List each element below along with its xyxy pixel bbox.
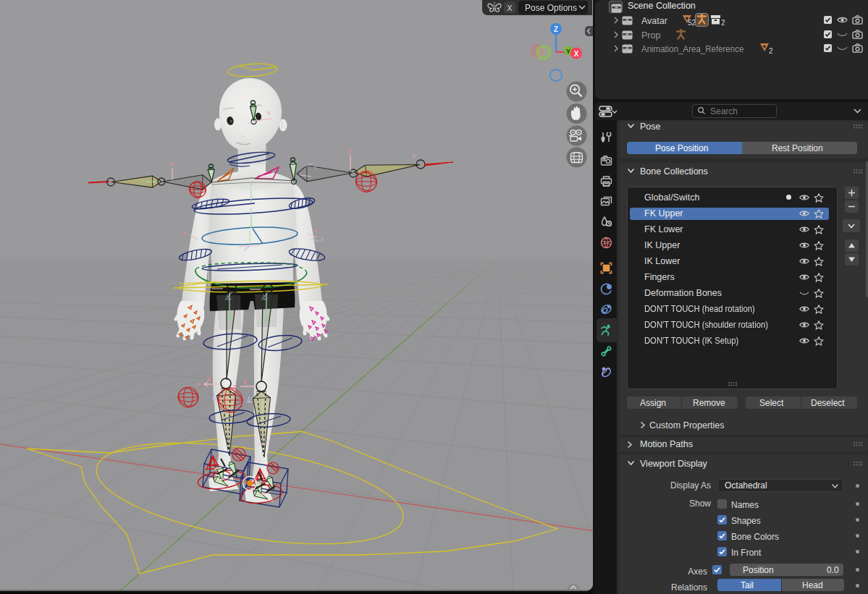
svg-text:x: x bbox=[197, 381, 201, 388]
svg-text:X: X bbox=[507, 4, 512, 12]
svg-text:Y: Y bbox=[313, 164, 318, 171]
svg-text:Z: Z bbox=[554, 25, 558, 33]
svg-text:Y: Y bbox=[266, 438, 271, 444]
svg-text:Y: Y bbox=[566, 48, 570, 55]
svg-text:x: x bbox=[267, 109, 270, 116]
svg-text:X: X bbox=[243, 378, 248, 386]
svg-text:Pose Options: Pose Options bbox=[525, 3, 577, 13]
svg-text:Y: Y bbox=[139, 178, 143, 185]
svg-text:X: X bbox=[574, 50, 579, 58]
svg-text:z: z bbox=[321, 236, 324, 243]
svg-text:x: x bbox=[205, 287, 208, 293]
svg-text:Y: Y bbox=[249, 182, 253, 188]
svg-text:x: x bbox=[413, 153, 416, 159]
svg-text:X: X bbox=[207, 376, 211, 383]
svg-text:X: X bbox=[169, 161, 174, 168]
svg-text:x: x bbox=[183, 229, 187, 237]
svg-text:X: X bbox=[347, 148, 352, 155]
svg-text:Y: Y bbox=[370, 165, 374, 172]
svg-text:x: x bbox=[314, 226, 318, 234]
